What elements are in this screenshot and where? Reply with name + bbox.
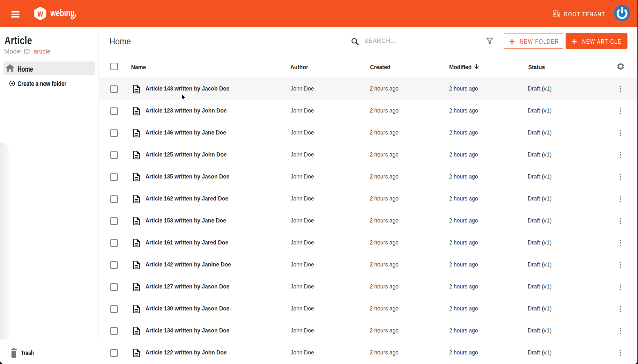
svg-text:webınu: webınu	[50, 8, 75, 18]
svg-text:w: w	[37, 8, 43, 18]
